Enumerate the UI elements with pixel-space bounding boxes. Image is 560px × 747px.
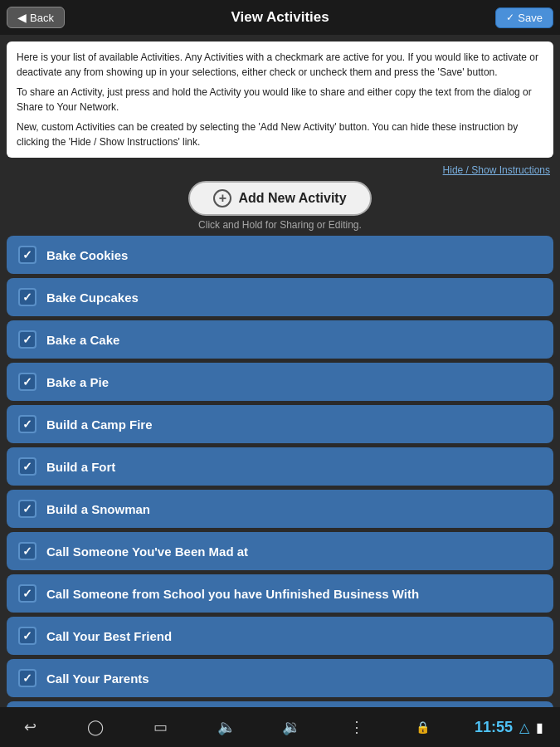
activity-label: Call Your Parents (46, 671, 149, 686)
save-button[interactable]: ✓ Save (495, 7, 553, 28)
hint-text: Click and Hold for Sharing or Editing. (198, 219, 362, 231)
activity-label: Build a Camp Fire (46, 417, 153, 432)
activity-checkbox[interactable]: ✓ (18, 500, 37, 518)
checkmark-icon: ✓ (22, 671, 32, 685)
content-area: Here is your list of available Activitie… (0, 35, 560, 707)
recents-nav-icon[interactable]: ▭ (148, 714, 174, 740)
checkmark-icon: ✓ (22, 417, 32, 431)
activity-checkbox[interactable]: ✓ (18, 457, 37, 476)
activity-item[interactable]: ✓Bake a Cake (7, 320, 553, 359)
activity-checkbox[interactable]: ✓ (18, 627, 37, 645)
save-label: Save (518, 12, 543, 24)
activity-label: Bake a Pie (46, 375, 109, 389)
save-check-icon: ✓ (506, 12, 514, 23)
activity-item[interactable]: ✓Bake Cupcakes (7, 278, 553, 316)
nav-bar: ↩ ◯ ▭ 🔈 🔉 ⋮ 🔒 11:55 △ ▮ (0, 707, 560, 747)
header: ◀ Back View Activities ✓ Save (0, 0, 560, 35)
activity-checkbox[interactable]: ✓ (18, 415, 37, 433)
activity-item[interactable]: ✓Build a Fort (7, 447, 553, 486)
back-label: Back (30, 12, 54, 24)
activity-label: Bake Cupcakes (46, 290, 139, 305)
battery-icon: ▮ (536, 720, 543, 735)
activity-item[interactable]: ✓Call Someone from School you have Unfin… (7, 574, 553, 613)
instructions-para1: Here is your list of available Activitie… (17, 50, 543, 80)
activity-label: Call Someone You've Been Mad at (46, 544, 248, 559)
activity-label: Call Someone from School you have Unfini… (46, 587, 419, 601)
activity-label: Build a Snowman (46, 502, 150, 516)
activity-label: Call Your Best Friend (46, 629, 172, 643)
wifi-icon: △ (519, 720, 529, 735)
instructions-para3: New, custom Activities can be created by… (17, 120, 543, 149)
activity-item[interactable]: ✓Call a Loved One (7, 701, 553, 707)
volume-up-icon[interactable]: 🔉 (278, 714, 304, 740)
activity-list: ✓Bake Cookies✓Bake Cupcakes✓Bake a Cake✓… (7, 236, 553, 707)
activity-checkbox[interactable]: ✓ (18, 542, 37, 560)
checkmark-icon: ✓ (22, 502, 32, 515)
activity-label: Bake a Cake (46, 333, 119, 347)
menu-dots-icon[interactable]: ⋮ (343, 714, 370, 740)
activity-checkbox[interactable]: ✓ (18, 288, 37, 306)
activity-item[interactable]: ✓Build a Camp Fire (7, 405, 553, 443)
checkmark-icon: ✓ (22, 375, 32, 388)
checkmark-icon: ✓ (22, 333, 32, 346)
checkmark-icon: ✓ (22, 587, 32, 600)
add-new-activity-button[interactable]: + Add New Activity (188, 181, 371, 216)
checkmark-icon: ✓ (22, 544, 32, 558)
activity-item[interactable]: ✓Build a Snowman (7, 490, 553, 528)
checkmark-icon: ✓ (22, 629, 32, 642)
checkmark-icon: ✓ (22, 248, 32, 261)
back-button[interactable]: ◀ Back (7, 7, 65, 28)
instructions-para2: To share an Activity, just press and hol… (17, 85, 543, 115)
activity-label: Bake Cookies (46, 248, 128, 262)
activity-checkbox[interactable]: ✓ (18, 373, 37, 391)
activity-item[interactable]: ✓Call Someone You've Been Mad at (7, 532, 553, 570)
activity-item[interactable]: ✓Bake Cookies (7, 236, 553, 274)
checkmark-icon: ✓ (22, 460, 32, 473)
home-nav-icon[interactable]: ◯ (82, 714, 109, 740)
activity-checkbox[interactable]: ✓ (18, 330, 37, 349)
checkmark-icon: ✓ (22, 290, 32, 304)
activity-item[interactable]: ✓Call Your Parents (7, 659, 553, 697)
instructions-box: Here is your list of available Activitie… (7, 42, 553, 158)
clock: 11:55 (475, 719, 513, 736)
status-icons: 11:55 △ ▮ (475, 719, 543, 736)
add-activity-container: + Add New Activity Click and Hold for Sh… (7, 181, 553, 231)
hide-show-link[interactable]: Hide / Show Instructions (7, 163, 553, 181)
activity-item[interactable]: ✓Bake a Pie (7, 363, 553, 401)
lock-icon: 🔒 (409, 714, 436, 740)
add-activity-label: Add New Activity (238, 191, 346, 206)
activity-item[interactable]: ✓Call Your Best Friend (7, 617, 553, 655)
activity-label: Build a Fort (46, 460, 115, 474)
activity-checkbox[interactable]: ✓ (18, 669, 37, 687)
volume-down-icon[interactable]: 🔈 (213, 714, 240, 740)
back-arrow-icon: ◀ (17, 11, 27, 24)
back-nav-icon[interactable]: ↩ (17, 714, 43, 740)
add-icon: + (213, 189, 231, 208)
activity-checkbox[interactable]: ✓ (18, 246, 37, 264)
page-title: View Activities (231, 9, 329, 26)
activity-checkbox[interactable]: ✓ (18, 584, 37, 603)
